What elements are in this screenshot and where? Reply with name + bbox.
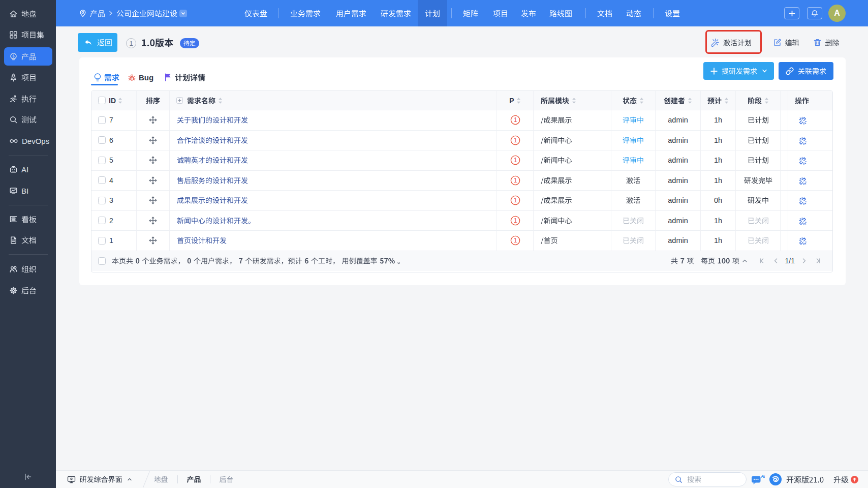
svg-text:1: 1 [513, 237, 517, 244]
svg-text:1: 1 [513, 157, 517, 164]
svg-text:1: 1 [513, 116, 517, 124]
svg-text:AI: AI [760, 474, 765, 479]
svg-text:1: 1 [513, 217, 517, 224]
svg-text:1: 1 [513, 137, 517, 144]
svg-text:1: 1 [513, 197, 517, 204]
svg-text:1: 1 [513, 177, 517, 184]
